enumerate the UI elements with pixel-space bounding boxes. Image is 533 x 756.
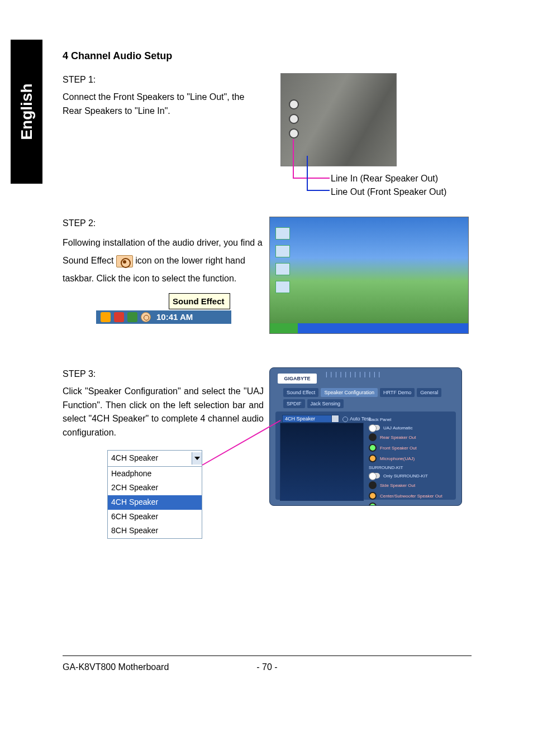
callout-line-in: Line In (Rear Speaker Out): [331, 174, 438, 184]
jack-label: Center/Subwoofer Speaker Out: [380, 494, 442, 499]
window-titlebar-deco: ||||||||||||: [326, 371, 383, 377]
config-tab[interactable]: Sound Effect: [283, 388, 318, 397]
jack-color-icon: [369, 503, 377, 506]
only-surround-row[interactable]: Only SURROUND-KIT: [369, 473, 453, 479]
step3-label: STEP 3:: [63, 367, 264, 381]
dropdown-list[interactable]: Headphone2CH Speaker4CH Speaker6CH Speak…: [108, 466, 202, 538]
desktop-icon: [275, 281, 290, 293]
chevron-down-icon[interactable]: [192, 452, 202, 465]
jack-label: Microphone(UAJ): [380, 456, 415, 461]
tray-icon: [114, 312, 124, 322]
jack-label: Front Speaker Out: [380, 446, 417, 451]
desktop-icon: [275, 245, 290, 257]
footer-page-number: - 70 -: [256, 662, 277, 672]
jack-color-icon: [369, 492, 377, 500]
config-tab[interactable]: Speaker Configuration: [321, 388, 378, 397]
tray-clock: 10:41 AM: [156, 310, 193, 323]
language-tab-label: English: [18, 83, 36, 140]
callout-line-out: Line Out (Front Speaker Out): [331, 187, 446, 197]
speaker-mode-select[interactable]: 4CH Speaker: [282, 415, 332, 423]
config-tab[interactable]: General: [417, 388, 441, 397]
section-title: 4 Channel Audio Setup: [63, 50, 472, 62]
step2-row: STEP 2: Following installation of the au…: [63, 217, 472, 334]
taskbar-figure: Sound Effect 10:41 AM: [96, 293, 231, 327]
step3-row: STEP 3: Click "Speaker Configuration" an…: [63, 367, 472, 539]
desktop-taskbar: [270, 323, 468, 333]
audio-jack-icon: [289, 128, 299, 138]
step2-label: STEP 2:: [63, 217, 264, 231]
jack-color-icon: [369, 444, 377, 452]
sound-config-window: GIGABYTE |||||||||||| Sound EffectSpeake…: [269, 367, 462, 506]
jack-color-icon: [369, 481, 377, 489]
step1-row: STEP 1: Connect the Front Speakers to "L…: [63, 73, 472, 166]
jack-row: Rear Speaker Out: [369, 503, 453, 506]
desktop-icon: [275, 263, 290, 275]
auto-test-toggle[interactable]: Auto Test: [342, 416, 370, 422]
page-footer: GA-K8VT800 Motherboard - 70 -: [63, 662, 472, 672]
step1-label: STEP 1:: [63, 73, 264, 87]
dropdown-option[interactable]: 4CH Speaker: [108, 495, 202, 510]
toggle-icon[interactable]: [369, 425, 380, 430]
jack-row: Front Speaker Out: [369, 444, 453, 452]
jack-color-icon: [369, 454, 377, 462]
desktop-icon: [275, 227, 290, 240]
jack-label: Rear Speaker Out: [380, 504, 416, 506]
tray-icon: [127, 312, 137, 322]
jack-row: Center/Subwoofer Speaker Out: [369, 492, 453, 500]
dropdown-selected-value: 4CH Speaker: [108, 451, 192, 466]
dropdown-option[interactable]: 2CH Speaker: [108, 481, 202, 495]
motherboard-photo: [280, 73, 397, 166]
surround-kit-group-label: SURROUND-KIT: [369, 465, 453, 470]
jack-row: Side Speaker Out: [369, 481, 453, 489]
step2-text: Following installation of the audio driv…: [63, 234, 264, 288]
jack-row: Microphone(UAJ): [369, 454, 453, 462]
language-tab: English: [11, 40, 42, 184]
jack-label: Rear Speaker Out: [380, 435, 416, 440]
config-tabs: Sound EffectSpeaker ConfigurationHRTF De…: [283, 388, 455, 408]
sound-effect-tray-icon[interactable]: [141, 312, 151, 322]
desktop-screenshot: [269, 217, 469, 334]
jack-color-icon: [369, 433, 377, 441]
footer-spacer: [469, 662, 472, 672]
sound-effect-icon: [116, 255, 133, 267]
config-tab[interactable]: HRTF Demo: [380, 388, 415, 397]
step3-text: Click "Speaker Configuration" and select…: [63, 385, 264, 440]
toggle-icon[interactable]: [369, 473, 380, 479]
start-button: [270, 323, 298, 333]
uaj-automatic-row[interactable]: UAJ Automatic: [369, 425, 453, 430]
system-tray: 10:41 AM: [96, 309, 231, 325]
dropdown-option[interactable]: 8CH Speaker: [108, 524, 202, 538]
tooltip-sound-effect: Sound Effect: [169, 293, 230, 309]
config-tab[interactable]: Jack Sensing: [307, 399, 344, 408]
radio-icon: [342, 417, 348, 422]
speaker-room-visual: [280, 423, 364, 501]
footer-product-name: GA-K8VT800 Motherboard: [63, 662, 169, 672]
chevron-down-icon[interactable]: [331, 415, 339, 423]
back-panel-group-label: Back Panel: [369, 417, 453, 422]
step1-text: Connect the Front Speakers to "Line Out"…: [63, 90, 264, 118]
dropdown-option[interactable]: Headphone: [108, 467, 202, 481]
gigabyte-logo: GIGABYTE: [278, 374, 317, 384]
audio-jack-icon: [289, 99, 299, 109]
dropdown-option[interactable]: 6CH Speaker: [108, 510, 202, 524]
tray-icon: [101, 312, 111, 322]
audio-jack-icon: [289, 114, 299, 124]
footer-divider: [63, 655, 472, 656]
jack-label: Side Speaker Out: [380, 483, 415, 488]
config-tab[interactable]: SPDIF: [283, 399, 305, 408]
jack-row: Rear Speaker Out: [369, 433, 453, 441]
speaker-mode-dropdown[interactable]: 4CH Speaker Headphone2CH Speaker4CH Spea…: [107, 450, 202, 539]
